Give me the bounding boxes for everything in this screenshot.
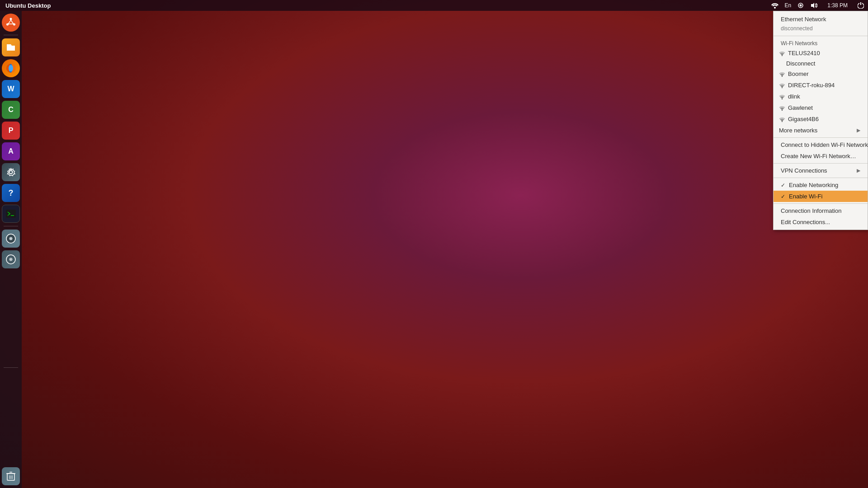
enable-networking-label: Enable Networking bbox=[789, 182, 838, 188]
launcher: W C P A ? bbox=[0, 11, 22, 488]
network-item-dlink[interactable]: dlink bbox=[774, 91, 868, 102]
network-name-boomer: Boomer bbox=[788, 70, 809, 77]
clock-display[interactable]: 1:38 PM bbox=[821, 0, 854, 11]
network-name-gawlenet: Gawlenet bbox=[788, 104, 813, 111]
svg-point-30 bbox=[782, 121, 783, 122]
panel-title: Ubuntu Desktop bbox=[0, 2, 56, 9]
svg-point-25 bbox=[782, 55, 783, 56]
panel-right: En 1:38 PM bbox=[769, 0, 868, 11]
edit-connections-label: Edit Connections... bbox=[781, 219, 830, 225]
network-name-direct-roku: DIRECT-roku-894 bbox=[788, 82, 835, 89]
network-menu: Ethernet Network disconnected Wi-Fi Netw… bbox=[773, 11, 868, 230]
launcher-icon-writer[interactable]: W bbox=[2, 80, 20, 98]
connection-info-item[interactable]: Connection Information bbox=[774, 205, 868, 216]
launcher-separator-3 bbox=[4, 367, 18, 368]
edit-connections-item[interactable]: Edit Connections... bbox=[774, 216, 868, 228]
svg-point-0 bbox=[774, 7, 776, 9]
connect-hidden-label: Connect to Hidden Wi-Fi Network… bbox=[781, 141, 868, 148]
network-item-gigaset[interactable]: Gigaset4B6 bbox=[774, 113, 868, 125]
create-new-network-item[interactable]: Create New Wi-Fi Network… bbox=[774, 150, 868, 162]
svg-marker-3 bbox=[811, 3, 814, 8]
ethernet-title: Ethernet Network bbox=[781, 16, 826, 23]
network-item-gawlenet[interactable]: Gawlenet bbox=[774, 102, 868, 113]
enable-wifi-label: Enable Wi-Fi bbox=[789, 193, 822, 200]
launcher-icon-firefox[interactable] bbox=[2, 59, 20, 77]
enable-networking-check: ✓ bbox=[781, 182, 785, 188]
separator-4 bbox=[774, 178, 868, 178]
power-indicator[interactable] bbox=[855, 0, 866, 11]
launcher-icon-files[interactable] bbox=[2, 38, 20, 56]
more-networks-arrow: ▶ bbox=[857, 127, 860, 133]
more-networks-item[interactable]: More networks ▶ bbox=[774, 125, 868, 136]
more-networks-label: More networks bbox=[779, 127, 817, 134]
record-indicator[interactable] bbox=[795, 0, 806, 11]
separator-5 bbox=[774, 203, 868, 204]
ethernet-status-text: disconnected bbox=[781, 25, 813, 32]
launcher-separator-1 bbox=[4, 35, 18, 35]
launcher-icon-calc[interactable]: C bbox=[2, 101, 20, 119]
svg-point-18 bbox=[10, 259, 12, 260]
separator-3 bbox=[774, 163, 868, 164]
desktop: Ubuntu Desktop En bbox=[0, 0, 868, 488]
launcher-separator-2 bbox=[4, 226, 18, 226]
separator-1 bbox=[774, 36, 868, 36]
keyboard-indicator[interactable]: En bbox=[783, 0, 794, 11]
disconnect-button[interactable]: Disconnect bbox=[774, 59, 868, 68]
vpn-arrow: ▶ bbox=[857, 168, 860, 174]
launcher-icon-trash[interactable] bbox=[2, 467, 20, 485]
network-item-telus2410[interactable]: TELUS2410 bbox=[774, 47, 868, 59]
volume-indicator[interactable] bbox=[808, 0, 820, 11]
wifi-section-title: Wi-Fi Networks bbox=[774, 38, 868, 47]
launcher-icon-ubuntu[interactable] bbox=[2, 14, 20, 32]
svg-point-28 bbox=[782, 98, 783, 99]
separator-2 bbox=[774, 137, 868, 138]
svg-point-29 bbox=[782, 109, 783, 110]
ethernet-status: Ethernet Network disconnected bbox=[774, 13, 868, 34]
svg-point-15 bbox=[10, 238, 12, 239]
svg-point-27 bbox=[782, 87, 783, 88]
launcher-icon-terminal[interactable] bbox=[2, 205, 20, 223]
connect-hidden-item[interactable]: Connect to Hidden Wi-Fi Network… bbox=[774, 139, 868, 150]
top-panel: Ubuntu Desktop En bbox=[0, 0, 868, 11]
svg-rect-11 bbox=[6, 210, 16, 218]
vpn-label: VPN Connections bbox=[781, 167, 827, 174]
launcher-icon-impress[interactable]: P bbox=[2, 122, 20, 140]
enable-wifi-check: ✓ bbox=[781, 193, 785, 200]
network-name-gigaset: Gigaset4B6 bbox=[788, 116, 819, 122]
launcher-icon-optical[interactable] bbox=[2, 230, 20, 248]
launcher-icon-help[interactable]: ? bbox=[2, 184, 20, 202]
network-indicator-icon[interactable] bbox=[769, 0, 781, 11]
launcher-icon-software[interactable]: A bbox=[2, 142, 20, 160]
network-item-boomer[interactable]: Boomer bbox=[774, 68, 868, 80]
enable-wifi-item[interactable]: ✓ Enable Wi-Fi bbox=[774, 191, 868, 202]
create-new-label: Create New Wi-Fi Network… bbox=[781, 153, 856, 160]
connection-info-label: Connection Information bbox=[781, 207, 841, 214]
launcher-icon-optical2[interactable] bbox=[2, 250, 20, 268]
network-name-dlink: dlink bbox=[788, 93, 800, 100]
svg-point-10 bbox=[9, 171, 13, 174]
vpn-connections-item[interactable]: VPN Connections ▶ bbox=[774, 165, 868, 176]
enable-networking-item[interactable]: ✓ Enable Networking bbox=[774, 179, 868, 191]
svg-point-26 bbox=[782, 75, 783, 76]
svg-point-2 bbox=[800, 5, 802, 7]
launcher-icon-settings[interactable] bbox=[2, 163, 20, 181]
network-item-direct-roku[interactable]: DIRECT-roku-894 bbox=[774, 80, 868, 91]
connected-network-name: TELUS2410 bbox=[788, 50, 820, 56]
